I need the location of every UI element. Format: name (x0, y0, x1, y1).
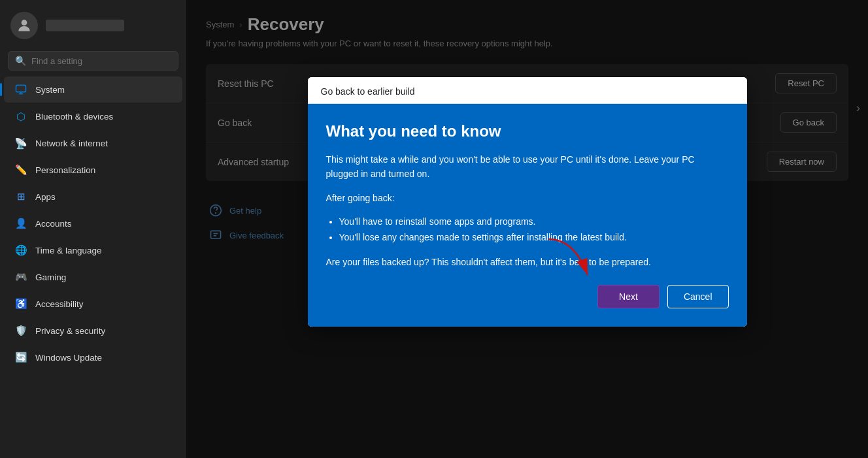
accounts-icon: 👤 (14, 217, 27, 230)
dialog-actions: Next Cancel (326, 278, 729, 308)
sidebar-item-privacy[interactable]: 🛡️ Privacy & security (4, 318, 182, 344)
search-icon: 🔍 (15, 56, 26, 66)
dialog-body: What you need to know This might take a … (308, 104, 747, 327)
dialog-body-text1: This might take a while and you won't be… (326, 152, 729, 182)
sidebar-item-gaming-label: Gaming (35, 272, 66, 282)
cancel-button[interactable]: Cancel (667, 285, 729, 308)
dialog-bullet-2: You'll lose any changes made to settings… (339, 230, 729, 246)
sidebar-item-time-label: Time & language (35, 246, 102, 255)
sidebar-item-accounts-label: Accounts (35, 219, 72, 229)
dialog-bullet-1: You'll have to reinstall some apps and p… (339, 214, 729, 230)
sidebar-item-accessibility-label: Accessibility (35, 299, 84, 309)
network-icon: 📡 (14, 137, 27, 150)
privacy-icon: 🛡️ (14, 324, 27, 337)
time-icon: 🌐 (14, 244, 27, 257)
accessibility-icon: ♿ (14, 297, 27, 310)
sidebar-item-system-label: System (35, 85, 65, 95)
dialog-titlebar-text: Go back to earlier build (321, 86, 415, 97)
sidebar-item-apps[interactable]: ⊞ Apps (4, 184, 182, 210)
svg-rect-1 (16, 85, 26, 92)
sidebar-item-accounts[interactable]: 👤 Accounts (4, 210, 182, 237)
sidebar-item-gaming[interactable]: 🎮 Gaming (4, 264, 182, 290)
sidebar-item-personalization[interactable]: ✏️ Personalization (4, 157, 182, 183)
personalization-icon: ✏️ (14, 163, 27, 176)
sidebar-item-network[interactable]: 📡 Network & internet (4, 130, 182, 156)
sidebar-item-accessibility[interactable]: ♿ Accessibility (4, 291, 182, 317)
sidebar-item-apps-label: Apps (35, 192, 56, 202)
dialog-bullet-list: You'll have to reinstall some apps and p… (339, 214, 729, 246)
sidebar: 🔍 System ⬡ Bluetooth & devices 📡 Network… (0, 0, 186, 458)
apps-icon: ⊞ (14, 190, 27, 203)
sidebar-item-personalization-label: Personalization (35, 165, 95, 175)
system-icon (14, 83, 27, 96)
update-icon: 🔄 (14, 351, 27, 364)
search-input[interactable] (31, 56, 171, 66)
sidebar-item-privacy-label: Privacy & security (35, 326, 105, 336)
sidebar-item-update-label: Windows Update (35, 353, 102, 363)
svg-point-0 (22, 20, 27, 25)
gaming-icon: 🎮 (14, 270, 27, 284)
dialog-body-text2: After going back: (326, 191, 729, 205)
sidebar-item-bluetooth-label: Bluetooth & devices (35, 112, 113, 122)
dialog-titlebar: Go back to earlier build (308, 77, 747, 104)
main-content: System › Recovery If you're having probl… (186, 0, 868, 458)
sidebar-item-update[interactable]: 🔄 Windows Update (4, 344, 182, 370)
search-box[interactable]: 🔍 (8, 51, 178, 71)
next-button[interactable]: Next (597, 285, 659, 308)
sidebar-user (0, 0, 186, 48)
sidebar-item-network-label: Network & internet (35, 139, 108, 148)
user-name-placeholder (46, 20, 124, 31)
dialog-body-text3: Are your files backed up? This shouldn't… (326, 255, 729, 269)
bluetooth-icon: ⬡ (14, 110, 27, 123)
avatar (10, 12, 38, 39)
sidebar-item-time[interactable]: 🌐 Time & language (4, 237, 182, 263)
dialog: Go back to earlier build What you need t… (308, 77, 747, 327)
sidebar-item-bluetooth[interactable]: ⬡ Bluetooth & devices (4, 103, 182, 129)
sidebar-item-system[interactable]: System (4, 76, 182, 103)
dialog-overlay: Go back to earlier build What you need t… (186, 0, 868, 458)
dialog-title: What you need to know (326, 122, 729, 140)
nav-list: System ⬡ Bluetooth & devices 📡 Network &… (0, 76, 186, 458)
